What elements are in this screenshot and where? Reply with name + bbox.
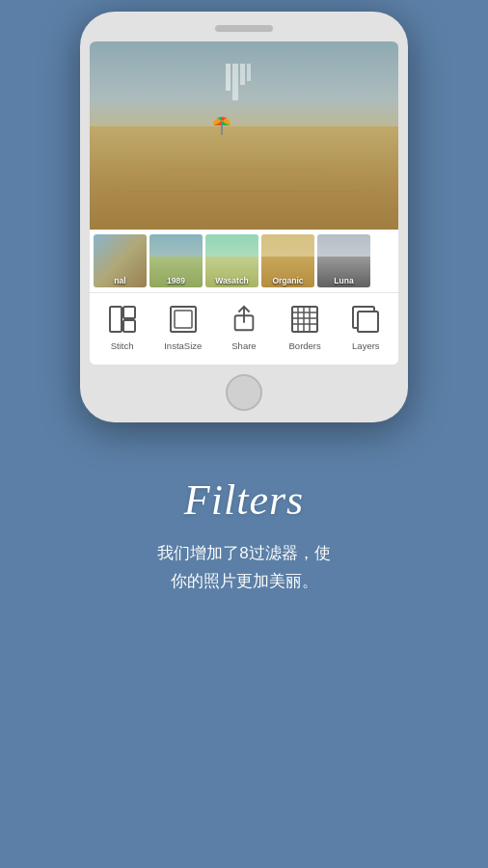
filter-1989-label: 1989: [149, 276, 203, 285]
filters-title: Filters: [184, 475, 304, 525]
filter-wasatch-label: Wasatch: [205, 276, 258, 285]
svg-rect-15: [358, 312, 378, 332]
tool-share[interactable]: Share: [219, 303, 269, 351]
phone-speaker: [215, 25, 273, 32]
svg-rect-2: [123, 320, 135, 332]
phone-screen: nal 1989 Wasatch: [90, 41, 398, 365]
svg-rect-0: [110, 307, 122, 332]
app-container: nal 1989 Wasatch: [0, 0, 488, 868]
share-icon: [228, 303, 260, 336]
desc-line2: 你的照片更加美丽。: [171, 572, 318, 590]
filters-description: 我们增加了8过滤器，使 你的照片更加美丽。: [157, 540, 330, 596]
tool-borders[interactable]: Borders: [280, 303, 330, 351]
svg-rect-7: [292, 307, 317, 332]
phone-home-button[interactable]: [226, 374, 262, 411]
bottom-content: Filters 我们增加了8过滤器，使 你的照片更加美丽。: [0, 422, 488, 615]
filter-wasatch[interactable]: Wasatch: [205, 234, 258, 287]
stitch-icon: [106, 303, 139, 336]
filter-nal[interactable]: nal: [94, 234, 147, 287]
instasize-label: InstaSize: [164, 340, 202, 351]
filter-organic-label: Organic: [261, 276, 314, 285]
tool-stitch[interactable]: Stitch: [97, 303, 148, 351]
layers-icon: [349, 303, 382, 336]
filter-organic[interactable]: Organic: [261, 234, 314, 287]
filter-strip: nal 1989 Wasatch: [90, 230, 398, 292]
stitch-label: Stitch: [111, 340, 134, 351]
layers-label: Layers: [352, 340, 380, 351]
svg-rect-1: [123, 307, 135, 318]
main-photo: [90, 41, 398, 230]
tool-instasize[interactable]: InstaSize: [158, 303, 208, 351]
svg-rect-4: [175, 311, 192, 328]
desc-line1: 我们增加了8过滤器，使: [157, 544, 330, 562]
filter-luna[interactable]: Luna: [317, 234, 370, 287]
filter-luna-label: Luna: [317, 276, 370, 285]
borders-label: Borders: [289, 340, 321, 351]
borders-icon: [288, 303, 321, 336]
filter-nal-label: nal: [94, 276, 147, 285]
tool-layers[interactable]: Layers: [340, 303, 391, 351]
instasize-icon: [167, 303, 200, 336]
phone-shell: nal 1989 Wasatch: [80, 12, 408, 422]
share-label: Share: [231, 340, 256, 351]
filter-1989[interactable]: 1989: [149, 234, 203, 287]
toolbar: Stitch InstaSize: [90, 292, 398, 365]
